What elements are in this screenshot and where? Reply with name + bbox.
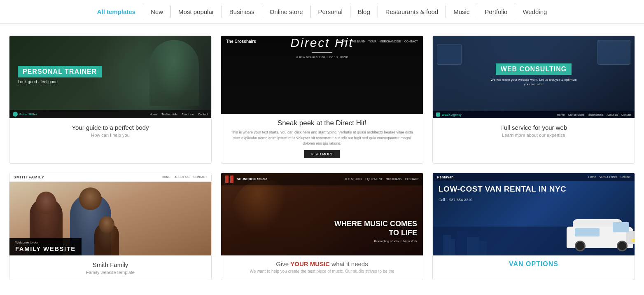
card-footer-web-consulting: Full service for your web Learn more abo… (433, 118, 635, 143)
template-category-nav: All templates New Most popular Business … (0, 0, 644, 24)
dh-card-content: Sneak peek at the Direct Hit! This is wh… (221, 114, 423, 163)
nav-new[interactable]: New (143, 6, 171, 18)
template-preview-smith-family: SMITH FAMILY HOME ABOUT US CONTACT (9, 173, 211, 255)
dh-main-title: Direct Hit (221, 36, 423, 50)
rv-title: LOW-COST VAN RENTAL IN NYC (439, 185, 573, 194)
pt-nav-bar: Peter Miller Home Testimonials About me … (9, 110, 211, 118)
template-preview-sounddog: SOUNDDOG Studio THE STUDIO EQUIPMENT MUS… (221, 173, 423, 255)
template-preview-rentavan: Rentavan Home Vans & Prices Contact LOW-… (433, 173, 635, 255)
card-title-web-consulting: Full service for your web (439, 124, 628, 131)
ss-footer-text2: what it needs (330, 260, 368, 267)
card-footer-sounddog: Give YOUR MUSIC what it needs We want to… (221, 255, 423, 279)
rv-logo: Rentavan (437, 175, 454, 179)
nav-blog[interactable]: Blog (350, 6, 378, 18)
ss-footer-line: Give YOUR MUSIC what it needs (228, 260, 416, 267)
ss-logo: SOUNDDOG Studio (225, 176, 267, 183)
card-subtitle-personal-trainer: How can I help you (16, 133, 205, 138)
pt-logo-text: Peter Miller (19, 112, 37, 116)
nav-all-templates[interactable]: All templates (90, 6, 143, 18)
sf-brand: SMITH FAMILY (14, 175, 44, 179)
pt-preview-subtitle: Look good - feel good (18, 80, 58, 84)
ss-footer-text1: Give (276, 260, 290, 267)
template-card-direct-hit[interactable]: The Crosshairs HOME THE BAND TOUR MERCHA… (221, 35, 423, 164)
pt-title-badge: PERSONAL TRAINER (18, 66, 102, 77)
pt-nav-about: About me (182, 113, 194, 116)
dh-release: a new album out on June 13, 2020! (221, 55, 423, 59)
nav-restaurants[interactable]: Restaurants & food (378, 6, 446, 18)
ss-footer-sub: We want to help you create the best piec… (228, 269, 416, 274)
template-card-rentavan[interactable]: Rentavan Home Vans & Prices Contact LOW-… (432, 173, 635, 280)
dh-cta-button[interactable]: READ MORE (304, 150, 340, 158)
ss-preview-sub: Recording studio in New York (327, 239, 417, 243)
template-preview-personal-trainer: PERSONAL TRAINER Look good - feel good P… (9, 36, 211, 118)
nav-online-store[interactable]: Online store (262, 6, 311, 18)
template-card-smith-family[interactable]: SMITH FAMILY HOME ABOUT US CONTACT (9, 173, 212, 280)
card-subtitle-web-consulting: Learn more about our expertise (439, 133, 628, 138)
template-preview-web-consulting: WEB CONSULTING We will make your website… (433, 36, 635, 118)
nav-personal[interactable]: Personal (311, 6, 350, 18)
template-card-personal-trainer[interactable]: PERSONAL TRAINER Look good - feel good P… (9, 35, 212, 164)
rv-phone: Call 1-987-654-3210 (439, 198, 573, 202)
dh-sneak-title: Sneak peek at the Direct Hit! (228, 119, 416, 127)
sf-welcome: Welcome to our (15, 241, 76, 244)
wc-logo: WEBX Agency (436, 112, 462, 117)
wc-title-badge: WEB CONSULTING (496, 63, 572, 75)
template-card-web-consulting[interactable]: WEB CONSULTING We will make your website… (432, 35, 635, 164)
dh-center-content: Direct Hit a new album out on June 13, 2… (221, 36, 423, 59)
template-grid: PERSONAL TRAINER Look good - feel good P… (0, 24, 644, 292)
card-footer-rentavan: VAN OPTIONS (433, 255, 635, 273)
pt-logo: Peter Miller (13, 112, 37, 117)
wc-nav-bar: WEBX Agency Home Our services Testimonia… (433, 111, 635, 118)
card-footer-personal-trainer: Your guide to a perfect body How can I h… (9, 118, 211, 143)
dh-sneak-text: This is where your text starts. You can … (228, 130, 416, 147)
card-footer-smith-family: Smith Family Family website template (9, 255, 211, 280)
template-card-sounddog[interactable]: SOUNDDOG Studio THE STUDIO EQUIPMENT MUS… (221, 173, 423, 280)
card-subtitle-smith-family: Family website template (16, 270, 205, 275)
nav-most-popular[interactable]: Most popular (171, 6, 222, 18)
pt-nav-contact: Contact (198, 113, 208, 116)
wc-preview-subtitle: We will make your website work. Let us a… (488, 77, 579, 87)
sf-badge-title: FAMILY WEBSITE (15, 245, 76, 252)
ss-footer-bold: YOUR MUSIC (290, 260, 330, 267)
rv-footer-cta[interactable]: VAN OPTIONS (439, 260, 628, 268)
card-title-smith-family: Smith Family (16, 261, 205, 268)
template-preview-direct-hit: The Crosshairs HOME THE BAND TOUR MERCHA… (221, 36, 423, 114)
nav-music[interactable]: Music (446, 6, 477, 18)
card-title-personal-trainer: Your guide to a perfect body (16, 124, 205, 131)
ss-main-title: WHERE MUSIC COMES TO LIFE (327, 220, 417, 237)
nav-portfolio[interactable]: Portfolio (477, 6, 515, 18)
pt-nav-home: Home (150, 113, 158, 116)
nav-wedding[interactable]: Wedding (515, 6, 554, 18)
nav-business[interactable]: Business (222, 6, 262, 18)
pt-nav-testimonials: Testimonials (161, 113, 177, 116)
